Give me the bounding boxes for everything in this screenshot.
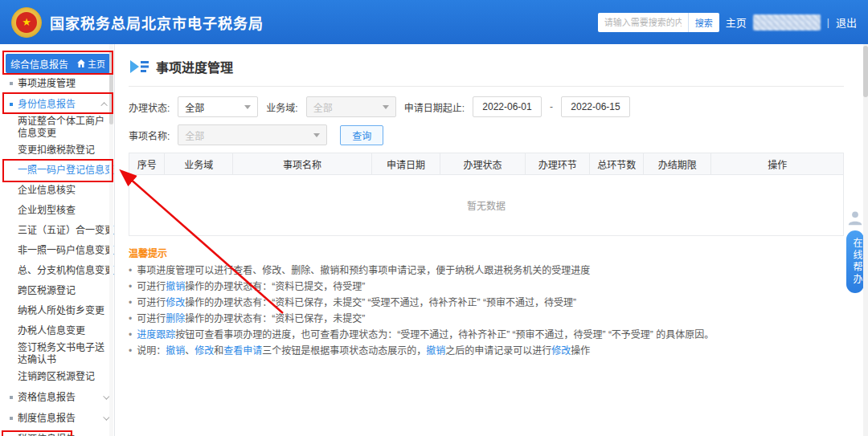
col-apply-date: 申请日期: [372, 153, 440, 175]
sidebar-section-comprehensive-report[interactable]: 综合信息报告 主页: [6, 54, 110, 73]
sidebar-subitem-taxpayer-district-change[interactable]: 纳税人所处街乡变更: [0, 301, 114, 321]
sidebar-section-label: 税源信息报告: [18, 429, 76, 436]
sidebar-subitem-tax-clerk-info-change[interactable]: 办税人信息变更: [0, 321, 114, 341]
item-name-select-value: 全部: [185, 128, 204, 142]
tip-line: • 进度跟踪按钮可查看事项办理的进度，也可查看办理状态为：“受理不通过，待补齐补…: [129, 329, 844, 341]
sidebar-subitem-edelivery-confirmation[interactable]: 签订税务文书电子送达确认书: [0, 341, 114, 367]
sidebar-subitem-enterprise-verify[interactable]: 企业信息核实: [0, 181, 114, 201]
col-actions: 操作: [711, 153, 844, 175]
sidebar-subitem-non-one-code-change[interactable]: 非一照一码户信息变更: [0, 241, 114, 261]
col-item-name: 事项名称: [232, 153, 371, 175]
sidebar-subitem-cancel-cross-district[interactable]: 注销跨区税源登记: [0, 367, 114, 387]
site-title: 国家税务总局北京市电子税务局: [50, 12, 264, 33]
active-section-label: 综合信息报告: [10, 57, 68, 71]
table-empty-row: 暂无数据: [129, 175, 844, 236]
col-status: 办理状态: [440, 153, 526, 175]
tip-line: • 可进行修改操作的办理状态有：“资料已保存，未提交” “受理不通过，待补齐补正…: [129, 297, 844, 309]
back-to-home[interactable]: 主页: [77, 57, 105, 70]
sidebar: 综合信息报告 主页 事项进度管理 身份信息报告 两证整合个体工商户信息变更 变更…: [0, 44, 115, 436]
col-total-steps: 总环节数: [590, 153, 644, 175]
logout-link[interactable]: 退出: [836, 14, 857, 30]
page-scrollbar-thumb[interactable]: [863, 46, 868, 97]
sidebar-subitem-three-cert-merge-change[interactable]: 三证（五证）合一变更: [0, 221, 114, 241]
sidebar-item-label: 事项进度管理: [18, 73, 76, 94]
bullet-icon: [10, 417, 13, 420]
domain-select-value: 全部: [313, 100, 333, 114]
domain-select[interactable]: 全部: [306, 96, 396, 117]
sidebar-section-label: 资格信息报告: [18, 387, 76, 408]
emblem-star-icon: ★: [16, 12, 37, 33]
status-select[interactable]: 全部: [178, 96, 258, 117]
bullet-icon: [10, 103, 13, 106]
sidebar-item-progress-management[interactable]: 事项进度管理: [0, 73, 114, 94]
search-button[interactable]: 搜索: [688, 13, 719, 32]
home-label: 主页: [88, 57, 105, 70]
sidebar-section-system-report[interactable]: 制度信息报告: [0, 408, 114, 429]
sidebar-subitem-enterprise-type-check[interactable]: 企业划型核查: [0, 201, 114, 221]
date-from-value: 2022-06-01: [482, 101, 531, 112]
main-content: 事项进度管理 办理状态: 全部 业务域: 全部 申请日期起止: 2022-06-…: [116, 44, 862, 436]
chevron-up-icon: [100, 102, 107, 108]
bullet-icon: [10, 82, 13, 85]
domain-filter-label: 业务域:: [266, 100, 297, 114]
item-name-select[interactable]: 全部: [178, 124, 327, 145]
empty-state-text: 暂无数据: [129, 175, 844, 236]
header-divider: |: [827, 17, 829, 28]
sidebar-section-label: 身份信息报告: [18, 94, 76, 115]
sidebar-subitem-cross-district-registration[interactable]: 跨区税源登记: [0, 281, 114, 301]
item-name-filter-label: 事项名称:: [129, 128, 170, 142]
sidebar-section-label: 制度信息报告: [18, 408, 76, 429]
search-input[interactable]: [598, 13, 688, 32]
date-range-label: 申请日期起止:: [404, 100, 465, 114]
date-from-input[interactable]: 2022-06-01: [473, 96, 542, 117]
bullet-dot: •: [129, 265, 132, 277]
bullet-dot: •: [129, 313, 132, 325]
chevron-down-icon: [244, 105, 251, 109]
tip-line: • 可进行删除操作的办理状态有：“资料已保存，未提交”: [129, 313, 844, 325]
tip-line: • 说明：撤销、修改和查看申请三个按钮是根据事项状态动态展示的，撤销之后的申请记…: [129, 345, 844, 357]
page-scrollbar[interactable]: [863, 44, 868, 436]
sidebar-scrollbar[interactable]: [109, 44, 113, 436]
sidebar-section-qualification-report[interactable]: 资格信息报告: [0, 387, 114, 408]
home-link[interactable]: 主页: [726, 14, 747, 30]
chevron-down-icon: [383, 105, 389, 109]
floating-help-widget: 在线帮办: [846, 209, 864, 293]
bullet-dot: •: [129, 297, 132, 309]
sidebar-section-identity-report[interactable]: 身份信息报告: [0, 94, 114, 115]
home-icon: [77, 59, 85, 67]
page-title: 事项进度管理: [156, 57, 233, 76]
sidebar-scrollbar-thumb[interactable]: [109, 51, 113, 124]
page-title-icon: [129, 59, 149, 75]
tips-section: 温馨提示 • 事项进度管理可以进行查看、修改、删除、撤销和预约事项申请记录，便于…: [129, 246, 844, 357]
divider: [129, 86, 844, 87]
app-header: ★ 国家税务总局北京市电子税务局 搜索 主页 | 退出: [0, 0, 868, 44]
progress-table: 序号 业务域 事项名称 申请日期 办理状态 办理环节 总环节数 办结期限 操作 …: [129, 153, 844, 236]
bullet-dot: •: [129, 345, 132, 357]
date-separator: -: [550, 101, 553, 112]
chevron-down-icon: [313, 133, 320, 137]
user-name-redacted: [753, 14, 821, 31]
date-to-value: 2022-06-15: [571, 101, 620, 112]
national-emblem-icon: ★: [11, 7, 42, 38]
tip-line: • 事项进度管理可以进行查看、修改、删除、撤销和预约事项申请记录，便于纳税人跟进…: [129, 265, 844, 277]
tip-line: • 可进行撤销操作的办理状态有：“资料已提交，待受理”: [129, 281, 844, 293]
col-deadline: 办结期限: [644, 153, 711, 175]
sidebar-subitem-withholding-change[interactable]: 变更扣缴税款登记: [0, 141, 114, 161]
status-select-value: 全部: [185, 100, 204, 114]
online-help-button[interactable]: 在线帮办: [846, 230, 864, 293]
header-search: 搜索: [598, 13, 719, 32]
sidebar-subitem-one-license-one-code-change[interactable]: 一照一码户登记信息变更: [0, 161, 114, 181]
tips-title: 温馨提示: [129, 246, 844, 259]
person-icon: [846, 209, 864, 226]
date-to-input[interactable]: 2022-06-15: [561, 96, 630, 117]
bullet-dot: •: [129, 281, 132, 293]
bullet-icon: [10, 396, 13, 399]
sidebar-section-tax-source-report[interactable]: 税源信息报告: [0, 429, 114, 436]
sidebar-subitem-two-cert-merge[interactable]: 两证整合个体工商户信息变更: [0, 115, 114, 141]
table-header-row: 序号 业务域 事项名称 申请日期 办理状态 办理环节 总环节数 办结期限 操作: [129, 153, 844, 175]
sidebar-subitem-branch-info-change[interactable]: 总、分支机构信息变更: [0, 261, 114, 281]
query-button[interactable]: 查询: [340, 125, 383, 145]
col-step: 办理环节: [526, 153, 590, 175]
status-filter-label: 办理状态:: [129, 100, 170, 114]
col-domain: 业务域: [165, 153, 232, 175]
